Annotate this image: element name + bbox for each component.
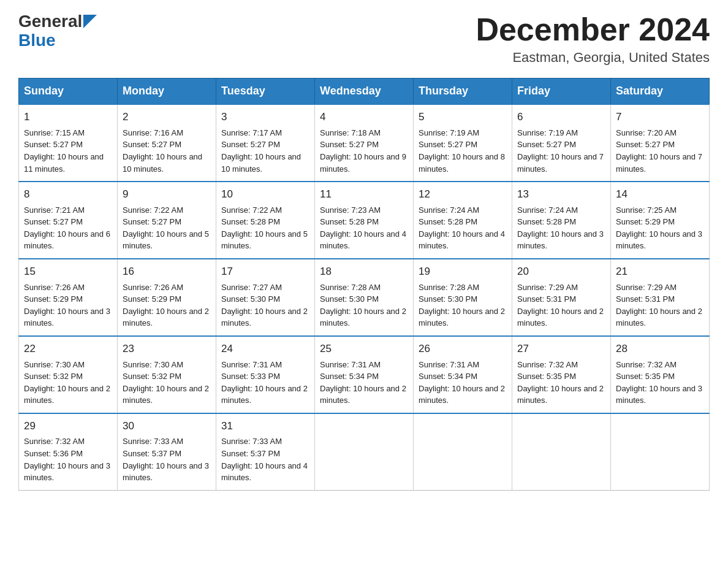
day-number: 18 [320,264,408,280]
day-info: Sunrise: 7:24 AMSunset: 5:28 PMDaylight:… [419,205,505,251]
day-cell: 10Sunrise: 7:22 AMSunset: 5:28 PMDayligh… [216,182,315,259]
day-number: 26 [419,342,507,357]
calendar-table: SundayMondayTuesdayWednesdayThursdayFrid… [18,78,710,490]
day-cell: 21Sunrise: 7:29 AMSunset: 5:31 PMDayligh… [611,259,710,336]
day-cell: 11Sunrise: 7:23 AMSunset: 5:28 PMDayligh… [315,182,414,259]
day-number: 24 [221,342,309,357]
day-number: 23 [123,342,211,357]
day-number: 15 [24,264,112,280]
day-info: Sunrise: 7:32 AMSunset: 5:35 PMDaylight:… [616,360,702,405]
day-cell: 6Sunrise: 7:19 AMSunset: 5:27 PMDaylight… [512,104,611,182]
day-info: Sunrise: 7:33 AMSunset: 5:37 PMDaylight:… [123,437,209,482]
day-info: Sunrise: 7:18 AMSunset: 5:27 PMDaylight:… [320,128,406,174]
week-row-2: 8Sunrise: 7:21 AMSunset: 5:27 PMDaylight… [19,182,710,259]
day-cell: 3Sunrise: 7:17 AMSunset: 5:27 PMDaylight… [216,104,315,182]
day-info: Sunrise: 7:31 AMSunset: 5:34 PMDaylight:… [419,360,505,405]
day-cell: 8Sunrise: 7:21 AMSunset: 5:27 PMDaylight… [19,182,118,259]
day-number: 29 [24,419,112,434]
day-number: 30 [123,419,211,434]
day-info: Sunrise: 7:23 AMSunset: 5:28 PMDaylight:… [320,205,406,251]
calendar-title: December 2024 [476,12,710,47]
day-info: Sunrise: 7:27 AMSunset: 5:30 PMDaylight:… [221,283,308,328]
day-info: Sunrise: 7:19 AMSunset: 5:27 PMDaylight:… [517,128,604,174]
day-info: Sunrise: 7:29 AMSunset: 5:31 PMDaylight:… [517,283,604,328]
day-cell: 22Sunrise: 7:30 AMSunset: 5:32 PMDayligh… [19,336,118,413]
day-info: Sunrise: 7:31 AMSunset: 5:33 PMDaylight:… [221,360,308,405]
day-cell [512,413,611,490]
day-info: Sunrise: 7:16 AMSunset: 5:27 PMDaylight:… [123,128,202,174]
header-thursday: Thursday [414,79,512,105]
week-row-5: 29Sunrise: 7:32 AMSunset: 5:36 PMDayligh… [19,413,710,490]
day-info: Sunrise: 7:25 AMSunset: 5:29 PMDaylight:… [616,205,702,251]
day-info: Sunrise: 7:32 AMSunset: 5:35 PMDaylight:… [517,360,604,405]
day-cell [414,413,512,490]
day-info: Sunrise: 7:22 AMSunset: 5:28 PMDaylight:… [221,205,308,251]
day-number: 4 [320,110,408,125]
day-cell: 23Sunrise: 7:30 AMSunset: 5:32 PMDayligh… [118,336,216,413]
day-cell: 18Sunrise: 7:28 AMSunset: 5:30 PMDayligh… [315,259,414,336]
day-number: 20 [517,264,605,280]
day-cell: 15Sunrise: 7:26 AMSunset: 5:29 PMDayligh… [19,259,118,336]
day-info: Sunrise: 7:22 AMSunset: 5:27 PMDaylight:… [123,205,209,251]
day-cell: 1Sunrise: 7:15 AMSunset: 5:27 PMDaylight… [19,104,118,182]
day-number: 11 [320,187,408,202]
logo-triangle-icon [83,15,97,28]
logo-general-text: General [18,12,82,31]
day-number: 19 [419,264,507,280]
day-cell: 14Sunrise: 7:25 AMSunset: 5:29 PMDayligh… [611,182,710,259]
day-info: Sunrise: 7:30 AMSunset: 5:32 PMDaylight:… [123,360,209,405]
logo: General Blue [18,12,97,50]
day-cell: 29Sunrise: 7:32 AMSunset: 5:36 PMDayligh… [19,413,118,490]
day-info: Sunrise: 7:15 AMSunset: 5:27 PMDaylight:… [24,128,104,174]
day-number: 7 [616,110,704,125]
day-number: 9 [123,187,211,202]
day-number: 12 [419,187,507,202]
day-cell [315,413,414,490]
day-info: Sunrise: 7:20 AMSunset: 5:27 PMDaylight:… [616,128,702,174]
header-saturday: Saturday [611,79,710,105]
day-number: 22 [24,342,112,357]
day-info: Sunrise: 7:32 AMSunset: 5:36 PMDaylight:… [24,437,110,482]
day-number: 13 [517,187,605,202]
week-row-3: 15Sunrise: 7:26 AMSunset: 5:29 PMDayligh… [19,259,710,336]
day-cell: 13Sunrise: 7:24 AMSunset: 5:28 PMDayligh… [512,182,611,259]
day-info: Sunrise: 7:31 AMSunset: 5:34 PMDaylight:… [320,360,406,405]
day-number: 2 [123,110,211,125]
day-number: 1 [24,110,112,125]
day-number: 16 [123,264,211,280]
day-info: Sunrise: 7:26 AMSunset: 5:29 PMDaylight:… [123,283,209,328]
header-monday: Monday [118,79,216,105]
day-info: Sunrise: 7:19 AMSunset: 5:27 PMDaylight:… [419,128,505,174]
day-number: 6 [517,110,605,125]
day-cell: 20Sunrise: 7:29 AMSunset: 5:31 PMDayligh… [512,259,611,336]
day-info: Sunrise: 7:29 AMSunset: 5:31 PMDaylight:… [616,283,702,328]
day-number: 14 [616,187,704,202]
calendar-subtitle: Eastman, Georgia, United States [476,50,710,66]
day-cell: 27Sunrise: 7:32 AMSunset: 5:35 PMDayligh… [512,336,611,413]
day-cell: 30Sunrise: 7:33 AMSunset: 5:37 PMDayligh… [118,413,216,490]
header-friday: Friday [512,79,611,105]
day-number: 10 [221,187,309,202]
day-cell: 4Sunrise: 7:18 AMSunset: 5:27 PMDaylight… [315,104,414,182]
day-cell: 7Sunrise: 7:20 AMSunset: 5:27 PMDaylight… [611,104,710,182]
day-cell: 2Sunrise: 7:16 AMSunset: 5:27 PMDaylight… [118,104,216,182]
day-number: 5 [419,110,507,125]
week-row-4: 22Sunrise: 7:30 AMSunset: 5:32 PMDayligh… [19,336,710,413]
day-cell [611,413,710,490]
logo-blue-text: Blue [18,31,56,50]
header-sunday: Sunday [19,79,118,105]
day-info: Sunrise: 7:17 AMSunset: 5:27 PMDaylight:… [221,128,301,174]
day-cell: 28Sunrise: 7:32 AMSunset: 5:35 PMDayligh… [611,336,710,413]
day-info: Sunrise: 7:21 AMSunset: 5:27 PMDaylight:… [24,205,110,251]
day-number: 28 [616,342,704,357]
calendar-header-row: SundayMondayTuesdayWednesdayThursdayFrid… [19,79,710,105]
week-row-1: 1Sunrise: 7:15 AMSunset: 5:27 PMDaylight… [19,104,710,182]
day-cell: 25Sunrise: 7:31 AMSunset: 5:34 PMDayligh… [315,336,414,413]
day-cell: 26Sunrise: 7:31 AMSunset: 5:34 PMDayligh… [414,336,512,413]
day-number: 3 [221,110,309,125]
day-cell: 24Sunrise: 7:31 AMSunset: 5:33 PMDayligh… [216,336,315,413]
day-number: 31 [221,419,309,434]
day-cell: 16Sunrise: 7:26 AMSunset: 5:29 PMDayligh… [118,259,216,336]
day-info: Sunrise: 7:26 AMSunset: 5:29 PMDaylight:… [24,283,110,328]
day-info: Sunrise: 7:28 AMSunset: 5:30 PMDaylight:… [419,283,505,328]
